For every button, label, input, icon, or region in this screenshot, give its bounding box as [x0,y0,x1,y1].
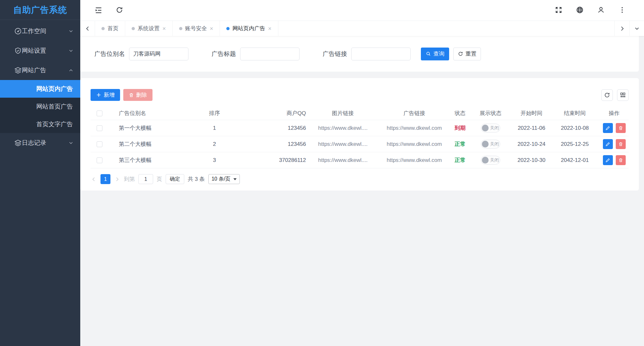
column-header: 状态 [449,110,471,117]
pagination: 1 到第 页 确定 共 3 条 10 条/页 [91,174,629,184]
tab-home[interactable]: 首页 [95,21,125,36]
more-vertical-icon[interactable] [618,6,627,14]
row-delete-button[interactable] [616,139,626,149]
close-icon[interactable]: × [210,26,213,31]
query-button[interactable]: 查询 [421,48,449,60]
ads-table: 广告位别名 排序 商户QQ 图片链接 广告链接 状态 展示状态 开始时间 结束时… [91,107,629,168]
tab-system-settings[interactable]: 系统设置 × [125,21,173,36]
page-number-button[interactable]: 1 [100,174,110,184]
next-page-button[interactable] [114,176,120,182]
toggle-knob [482,141,489,147]
ad-link-input[interactable] [351,48,411,60]
sidebar-item-label: 网站首页广告 [36,102,73,111]
row-checkbox[interactable] [97,141,102,147]
reset-icon [458,51,463,57]
prev-page-button[interactable] [91,176,97,182]
ad-title-input[interactable] [240,48,300,60]
status-badge: 正常 [455,140,466,148]
toggle-label: 关闭 [490,141,499,147]
plus-icon [96,92,101,98]
sidebar-item-homepage-ads[interactable]: 网站首页广告 [0,98,80,115]
sidebar-submenu: 网站页内广告 网站首页广告 首页文字广告 [0,80,80,133]
reset-button[interactable]: 重置 [453,48,481,60]
cell-end-time: 2025-12-25 [553,141,596,147]
cell-image-link: https://www.dkewl.... [306,141,380,147]
status-badge: 正常 [455,156,466,164]
display-toggle[interactable]: 关闭 [481,124,500,132]
tab-account-security[interactable]: 账号安全 × [173,21,220,36]
pencil-icon [605,158,610,163]
columns-icon [620,92,626,98]
tab-dot [101,27,105,30]
chevron-up-icon [68,67,74,73]
refresh-icon [604,92,610,98]
cell-alias: 第三个大横幅 [109,156,192,164]
trash-icon [618,142,623,146]
field-ad-slot-alias: 广告位别名 [94,48,188,60]
globe-icon[interactable] [576,6,584,14]
close-icon[interactable]: × [268,26,272,31]
column-settings-button[interactable] [617,89,629,101]
layers-icon [14,67,22,74]
tab-dot [226,27,230,30]
user-icon[interactable] [597,6,605,14]
edit-button[interactable] [603,139,613,149]
goto-page-input[interactable] [138,174,153,184]
sidebar-item-site-ads[interactable]: 网站广告 [0,60,80,80]
tabs-scroll-left-button[interactable] [80,21,95,36]
edit-button[interactable] [603,123,613,133]
main-area: 首页 系统设置 × 账号安全 × 网站页内广告 × [80,0,644,346]
delete-button[interactable]: 删除 [123,89,152,101]
cell-image-link: https://www.dkewl.... [306,125,380,131]
tab-label: 首页 [108,25,118,32]
shield-check-icon [14,47,22,55]
tabbar: 首页 系统设置 × 账号安全 × 网站页内广告 × [80,21,644,36]
select-all-checkbox[interactable] [97,111,102,116]
row-delete-button[interactable] [616,155,626,165]
edit-button[interactable] [603,155,613,165]
column-header: 操作 [596,110,632,117]
tab-inpage-ads[interactable]: 网站页内广告 × [220,21,278,36]
trash-icon [618,126,623,130]
refresh-icon[interactable] [116,6,124,14]
menu-collapse-icon[interactable] [94,6,103,14]
goto-prefix-label: 到第 [124,175,135,183]
goto-confirm-button[interactable]: 确定 [166,174,184,184]
topbar [80,0,644,21]
display-toggle[interactable]: 关闭 [481,140,500,148]
add-button[interactable]: 新增 [91,89,120,101]
page-size-select[interactable]: 10 条/页 [208,174,240,184]
log-stack-icon [14,139,22,147]
cell-start-time: 2022-10-24 [510,141,553,147]
tab-dot [179,27,182,30]
cell-order: 1 [192,125,237,131]
sidebar-item-label: 网站设置 [22,47,46,55]
tabs-menu-button[interactable] [629,21,644,36]
row-checkbox[interactable] [97,157,102,163]
row-checkbox[interactable] [97,125,102,131]
row-delete-button[interactable] [616,123,626,133]
field-ad-link: 广告链接 [323,48,411,60]
cell-start-time: 2022-11-06 [510,125,553,131]
cell-order: 3 [192,157,237,164]
column-header: 广告链接 [380,110,449,117]
sidebar-item-home-text-ads[interactable]: 首页文字广告 [0,115,80,133]
field-label: 广告位别名 [94,50,125,58]
fullscreen-icon[interactable] [555,6,563,14]
tabs-scroll-right-button[interactable] [614,21,629,36]
sidebar-item-site-settings[interactable]: 网站设置 [0,41,80,60]
ad-slot-alias-input[interactable] [129,48,188,60]
sidebar-item-inpage-ads[interactable]: 网站页内广告 [0,80,80,98]
sidebar-item-label: 日志记录 [22,139,46,147]
sidebar-item-label: 首页文字广告 [36,120,73,129]
table-refresh-button[interactable] [601,89,613,101]
total-count-label: 共 3 条 [188,175,205,183]
sidebar-item-workspace[interactable]: 工作空间 [0,21,80,41]
table-header-row: 广告位别名 排序 商户QQ 图片链接 广告链接 状态 展示状态 开始时间 结束时… [91,107,629,120]
display-toggle[interactable]: 关闭 [481,156,500,164]
cell-image-link: https://www.dkewl.... [306,157,380,164]
sidebar-item-logs[interactable]: 日志记录 [0,133,80,153]
chevron-down-icon [68,28,74,34]
close-icon[interactable]: × [162,26,166,31]
cell-alias: 第二个大横幅 [109,140,192,148]
